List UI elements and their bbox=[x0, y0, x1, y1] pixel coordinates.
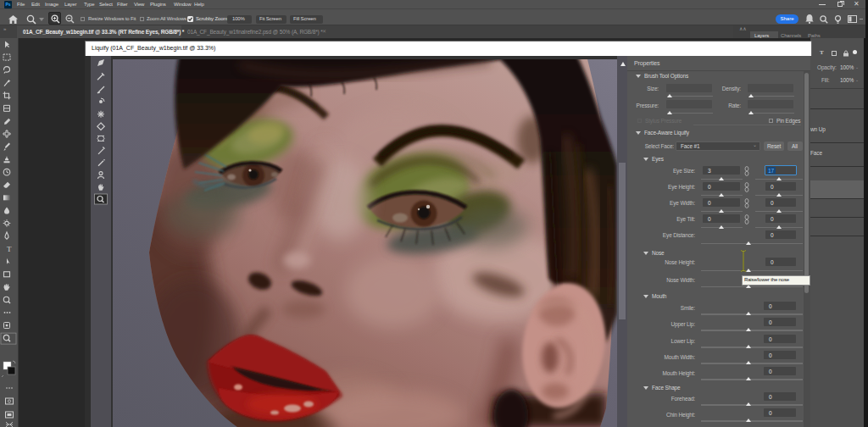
svg-text:T: T bbox=[7, 245, 12, 253]
